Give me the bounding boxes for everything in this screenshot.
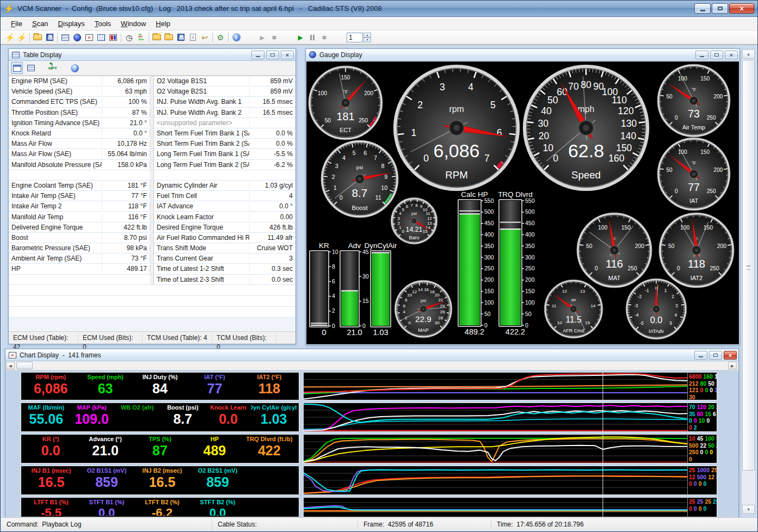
chart-param-panel[interactable]: INJ B1 (msec)16.5O2 B1S1 (mV)859INJ B2 (… [21, 466, 299, 495]
table-row[interactable]: Delivered Engine Torque422 ft.lbDesired … [9, 222, 295, 233]
mdi-v-scrollbar[interactable]: ▲ ▼ [741, 48, 756, 515]
info-icon[interactable]: i [230, 32, 242, 44]
special-functions-icon[interactable]: ⚙ [214, 32, 226, 44]
title-bar[interactable]: ⚡ VCM Scanner - Config (Bruce stsv10.cfg… [1, 1, 757, 17]
table-row[interactable]: Commanded ETC TPS (SAE)100 %INJ. Pulse W… [9, 97, 295, 107]
gauge-display-titlebar[interactable]: Gauge Display × [306, 49, 739, 61]
chart-param-label: INJ B1 (msec) [32, 467, 71, 474]
menu-scan[interactable]: Scan [27, 18, 53, 29]
menu-file[interactable]: File [6, 18, 27, 29]
table-row[interactable]: Vehicle Speed (SAE)63 mphO2 Voltage B2S1… [9, 86, 295, 97]
frame-step-arrows[interactable]: ▴▾ [363, 33, 371, 42]
stop-icon[interactable]: ■ [318, 32, 330, 44]
close-button[interactable]: × [729, 3, 754, 14]
chart-plot[interactable] [303, 497, 687, 517]
scroll-up-arrow-icon[interactable]: ▲ [742, 50, 755, 59]
chart-display-icon[interactable]: ≈ [83, 32, 95, 44]
gauge-display-icon[interactable] [71, 32, 83, 44]
menu-window[interactable]: Window [116, 18, 151, 29]
table-row[interactable]: Ignition Timing Advance (SAE)21.0 °<unsu… [9, 118, 295, 128]
table-row[interactable]: Mass Air Flow (SAE)55.064 lb/minLong Ter… [9, 149, 295, 159]
dtc-display-icon[interactable] [107, 32, 119, 44]
chart-plot[interactable] [303, 403, 687, 432]
save-config-icon[interactable] [44, 32, 56, 44]
pause-icon[interactable] [306, 32, 318, 44]
save-log-icon[interactable] [175, 32, 187, 44]
chart-h-scrollbar[interactable]: ◀ ▶ [5, 361, 738, 370]
connect-bolt-icon[interactable]: ⚡ [4, 32, 16, 44]
param-value: -5.5 % [250, 150, 295, 158]
hpt-link-icon[interactable]: HPT [47, 62, 59, 74]
log-file-icon[interactable] [187, 32, 199, 44]
table-row[interactable]: Mass Air Flow10,178 HzShort Term Fuel Tr… [9, 139, 295, 149]
chart-param-panel[interactable]: MAF (lb/min)55.06MAP (kPa)109.0WB O2 (af… [21, 403, 299, 432]
table-row[interactable]: Boost8.70 psiAir Fuel Ratio Commanded Hi… [9, 233, 295, 243]
maximize-button[interactable] [712, 3, 728, 14]
table-row[interactable]: Ambient Air Temp (SAE)73 °FTrans Current… [9, 253, 295, 264]
scroll-down-arrow-icon[interactable]: ▼ [742, 505, 755, 514]
bar-gauge-dyncyl: DynCylAir1.03 [364, 242, 397, 337]
chart-param-panel[interactable]: LTFT B1 (%)-5.5STFT B1 (%)0.0LTFT B2 (%)… [21, 497, 299, 517]
frame-step-input[interactable]: 1 [347, 33, 363, 42]
table-row[interactable]: Manifold Air Temp116 °FKnock Learn Facto… [9, 212, 295, 222]
table-minimize-button[interactable] [251, 51, 264, 59]
table-row[interactable]: HP489.17Time of Latest 1-2 Shift0.3 sec [9, 264, 295, 274]
gauge-maximize-button[interactable] [710, 51, 723, 59]
units-onoff-icon[interactable]: ONOFF100% [135, 32, 147, 44]
table-row[interactable]: Intake Air Temp (SAE)77 °FFuel Trim Cell… [9, 191, 295, 201]
table-display-icon[interactable] [59, 32, 71, 44]
table-maximize-button[interactable] [266, 51, 279, 59]
table-row[interactable]: Throttle Position (SAE)87 %INJ. Pulse Wi… [9, 108, 295, 118]
table-row[interactable]: Engine Coolant Temp (SAE)181 °FDynamic C… [9, 181, 295, 191]
spinner-up-icon[interactable]: ▴ [363, 33, 371, 38]
revert-log-icon[interactable]: ↩ [199, 32, 211, 44]
table-close-button[interactable]: × [281, 51, 294, 59]
scrollbar-thumb[interactable] [16, 362, 33, 369]
chart-close-button[interactable]: × [724, 351, 737, 360]
open-folder-icon[interactable] [32, 32, 44, 44]
scan-bolt-icon[interactable]: ⚡ [16, 32, 28, 44]
open-log-icon[interactable] [163, 32, 175, 44]
chart-param-panel[interactable]: RPM (rpm)6,086Speed (mph)63INJ Duty (%)8… [21, 372, 299, 400]
play-gray-icon[interactable]: ▶ [256, 32, 268, 44]
parameter-table[interactable]: Engine RPM (SAE)6,086 rpmO2 Voltage B1S1… [9, 76, 295, 318]
gauge-close-button[interactable]: × [725, 51, 738, 59]
help-icon[interactable]: ? [69, 62, 81, 74]
frame-step-spinner[interactable]: 1▴▾ [347, 33, 371, 42]
vcm-scanner-window: ⚡ VCM Scanner - Config (Bruce stsv10.cfg… [0, 0, 758, 532]
table-row[interactable]: Engine RPM (SAE)6,086 rpmO2 Voltage B1S1… [9, 76, 295, 86]
chart-param: LTFT B2 (%)-6.2 [134, 499, 190, 516]
table-row[interactable]: Barometric Pressure (SAE)98 kPaTrans Shi… [9, 243, 295, 253]
open-log-tune-icon[interactable]: ⚡ [151, 32, 163, 44]
table-display-titlebar[interactable]: Table Display × [9, 49, 295, 61]
spinner-down-icon[interactable]: ▾ [363, 38, 371, 42]
minimize-button[interactable] [694, 3, 711, 14]
chart-display-titlebar[interactable]: ≈ Chart Display - 141 frames × [5, 349, 738, 361]
table-row[interactable]: Knock Retard0.0 °Short Term Fuel Trim Ba… [9, 128, 295, 139]
play-icon[interactable]: ▶ [294, 32, 306, 44]
chart-plot[interactable] [303, 466, 687, 495]
menu-displays[interactable]: Displays [53, 18, 90, 29]
chart-plot[interactable] [303, 372, 687, 400]
table-row[interactable] [9, 170, 295, 181]
stop-gray-icon[interactable]: ■ [268, 32, 280, 44]
table-row[interactable]: Time of Latest 2-3 Shift0.0 sec [9, 275, 295, 285]
polling-timer-icon[interactable]: ◷ [123, 32, 135, 44]
column-view-icon[interactable] [25, 62, 37, 74]
graph-display-icon[interactable] [95, 32, 107, 44]
svg-text:3: 3 [397, 216, 400, 221]
param-name: Short Term Fuel Trim Bank 1 (SAI [154, 129, 250, 137]
mdi-scrollbar-thumb[interactable] [742, 60, 755, 471]
scroll-right-arrow-icon[interactable]: ▶ [728, 362, 737, 369]
chart-maximize-button[interactable] [709, 351, 722, 360]
table-row[interactable]: Manifold Absolute Pressure (SAE)158.0 kP… [9, 160, 295, 170]
chart-plot[interactable] [303, 434, 687, 463]
table-row[interactable]: Intake Air Temp 2118 °FIAT Advance0.0 ° [9, 201, 295, 212]
menu-help[interactable]: Help [151, 18, 175, 29]
chart-minimize-button[interactable] [694, 351, 707, 360]
scroll-left-arrow-icon[interactable]: ◀ [6, 362, 15, 369]
gauge-minimize-button[interactable] [695, 51, 708, 59]
row-view-icon[interactable] [11, 62, 23, 74]
chart-param-panel[interactable]: KR (°)0.0Advance (°)21.0TPS (%)87HP489TR… [21, 434, 299, 463]
menu-tools[interactable]: Tools [90, 18, 116, 29]
